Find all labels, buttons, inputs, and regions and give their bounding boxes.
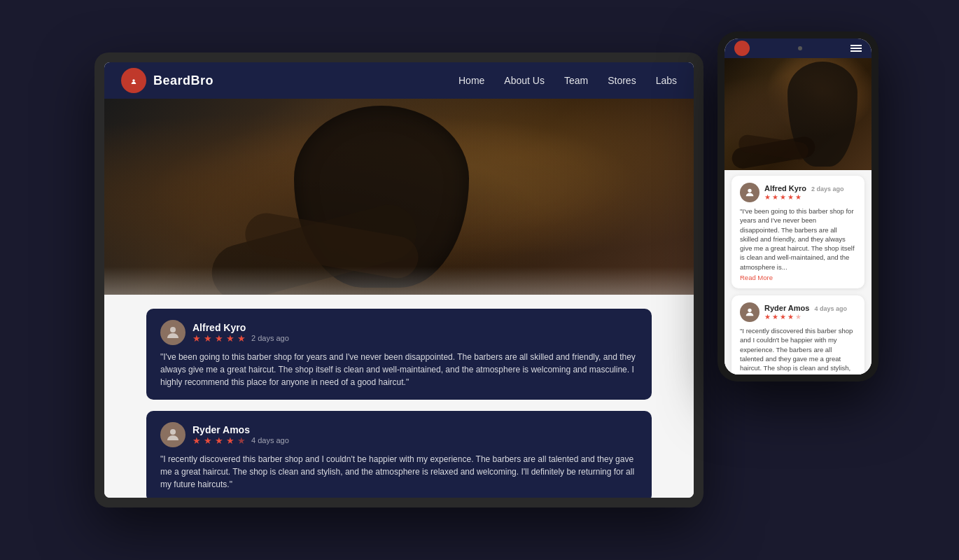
phone-review-text-1: "I've been going to this barber shop for… bbox=[740, 206, 856, 272]
phone-avatar-1 bbox=[740, 183, 760, 202]
star-2-2: ★ bbox=[204, 435, 212, 446]
phone-reviews-section: Alfred Kyro 2 days ago ★ ★ ★ ★ ★ bbox=[724, 170, 872, 374]
reviewer-avatar-1 bbox=[160, 320, 186, 345]
tablet-device: BeardBro Home About Us Team Stores Labs bbox=[94, 52, 704, 507]
star-1-2: ★ bbox=[204, 333, 212, 344]
hero-image bbox=[104, 99, 694, 295]
time-ago-2: 4 days ago bbox=[251, 436, 289, 444]
review-card-2: Ryder Amos ★ ★ ★ ★ ★ 4 days ago "I recen bbox=[146, 411, 652, 498]
phone-review-header-2: Ryder Amos 4 days ago ★ ★ ★ ★ ★ bbox=[740, 302, 856, 322]
star-1-1: ★ bbox=[192, 333, 201, 344]
phone-hero bbox=[724, 58, 872, 170]
review-card-1: Alfred Kyro ★ ★ ★ ★ ★ 2 days ago "I've b bbox=[146, 309, 652, 400]
tablet-navbar: BeardBro Home About Us Team Stores Labs bbox=[104, 62, 694, 99]
scene: BeardBro Home About Us Team Stores Labs bbox=[59, 18, 899, 542]
ph-star-1-3: ★ bbox=[780, 193, 786, 201]
svg-point-2 bbox=[748, 189, 751, 192]
time-ago-1: 2 days ago bbox=[251, 334, 289, 342]
ph-star-2-5: ★ bbox=[795, 313, 802, 321]
phone-reviewer-info-1: Alfred Kyro 2 days ago ★ ★ ★ ★ ★ bbox=[764, 184, 844, 201]
ph-star-1-2: ★ bbox=[772, 193, 778, 201]
star-2-4: ★ bbox=[226, 435, 234, 446]
phone-logo bbox=[734, 41, 750, 56]
nav-home[interactable]: Home bbox=[458, 75, 484, 86]
reviewer-name-1: Alfred Kyro bbox=[192, 322, 638, 333]
reviewer-avatar-2 bbox=[160, 422, 186, 447]
svg-point-1 bbox=[170, 429, 176, 435]
phone-stars-1: ★ ★ ★ ★ ★ bbox=[764, 193, 844, 201]
nav-labs[interactable]: Labs bbox=[656, 75, 677, 86]
review-header-1: Alfred Kyro ★ ★ ★ ★ ★ 2 days ago bbox=[160, 320, 638, 345]
reviewer-info-1: Alfred Kyro ★ ★ ★ ★ ★ 2 days ago bbox=[192, 322, 638, 344]
ph-star-1-1: ★ bbox=[764, 193, 771, 201]
ph-star-2-1: ★ bbox=[764, 313, 771, 321]
review-text-1: "I've been going to this barber shop for… bbox=[160, 351, 638, 388]
phone-review-card-1: Alfred Kyro 2 days ago ★ ★ ★ ★ ★ bbox=[732, 176, 864, 288]
tablet-reviews-section: Alfred Kyro ★ ★ ★ ★ ★ 2 days ago "I've b bbox=[104, 295, 694, 498]
svg-point-3 bbox=[748, 309, 751, 312]
review-header-2: Ryder Amos ★ ★ ★ ★ ★ 4 days ago bbox=[160, 422, 638, 447]
star-2-5: ★ bbox=[237, 435, 246, 446]
nav-stores[interactable]: Stores bbox=[608, 75, 636, 86]
svg-point-0 bbox=[170, 327, 176, 332]
stars-row-2: ★ ★ ★ ★ ★ 4 days ago bbox=[192, 435, 638, 446]
ph-star-1-4: ★ bbox=[788, 193, 794, 201]
phone-screen: Alfred Kyro 2 days ago ★ ★ ★ ★ ★ bbox=[724, 38, 872, 374]
phone-dot bbox=[798, 46, 802, 50]
star-2-1: ★ bbox=[192, 435, 201, 446]
review-text-2: "I recently discovered this barber shop … bbox=[160, 453, 638, 491]
phone-reviewer-name-1: Alfred Kyro 2 days ago bbox=[764, 184, 844, 192]
ph-star-1-5: ★ bbox=[795, 193, 802, 201]
hamburger-icon[interactable] bbox=[850, 45, 862, 52]
read-more-link-1[interactable]: Read More bbox=[740, 274, 856, 281]
phone-review-card-2: Ryder Amos 4 days ago ★ ★ ★ ★ ★ bbox=[732, 295, 864, 374]
ph-star-2-2: ★ bbox=[772, 313, 778, 321]
stars-row-1: ★ ★ ★ ★ ★ 2 days ago bbox=[192, 333, 638, 344]
nav-links: Home About Us Team Stores Labs bbox=[458, 75, 677, 86]
ph-star-2-4: ★ bbox=[788, 313, 794, 321]
phone-reviewer-info-2: Ryder Amos 4 days ago ★ ★ ★ ★ ★ bbox=[764, 304, 847, 321]
star-1-5: ★ bbox=[237, 333, 246, 344]
reviewer-name-2: Ryder Amos bbox=[192, 424, 638, 435]
nav-about[interactable]: About Us bbox=[504, 75, 545, 86]
logo-area: BeardBro bbox=[121, 68, 447, 93]
ph-star-2-3: ★ bbox=[780, 313, 786, 321]
tablet-screen: BeardBro Home About Us Team Stores Labs bbox=[104, 62, 694, 498]
phone-review-header-1: Alfred Kyro 2 days ago ★ ★ ★ ★ ★ bbox=[740, 183, 856, 202]
reviewer-info-2: Ryder Amos ★ ★ ★ ★ ★ 4 days ago bbox=[192, 424, 638, 446]
star-2-3: ★ bbox=[215, 435, 223, 446]
star-1-4: ★ bbox=[226, 333, 234, 344]
phone-navbar bbox=[724, 38, 872, 58]
star-1-3: ★ bbox=[215, 333, 223, 344]
logo-icon bbox=[121, 68, 146, 93]
phone-review-text-2: "I recently discovered this barber shop … bbox=[740, 326, 856, 374]
phone-device: Alfred Kyro 2 days ago ★ ★ ★ ★ ★ bbox=[718, 31, 878, 382]
phone-avatar-2 bbox=[740, 302, 760, 322]
phone-reviewer-name-2: Ryder Amos 4 days ago bbox=[764, 304, 847, 312]
brand-name: BeardBro bbox=[153, 74, 214, 88]
phone-stars-2: ★ ★ ★ ★ ★ bbox=[764, 313, 847, 321]
nav-team[interactable]: Team bbox=[564, 75, 588, 86]
